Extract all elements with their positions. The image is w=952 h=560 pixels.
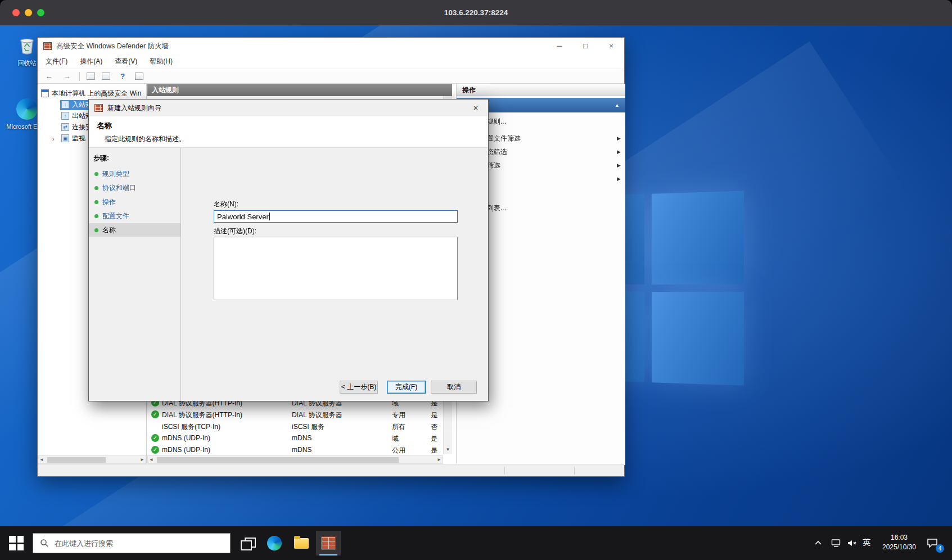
step-action[interactable]: 操作: [89, 195, 181, 209]
menu-help[interactable]: 帮助(H): [150, 57, 173, 66]
windows-logo-pane: [652, 191, 744, 284]
scroll-down-icon[interactable]: ▼: [444, 445, 452, 454]
tree-expander-icon[interactable]: ›: [52, 136, 55, 142]
inbound-rules-icon: ↓: [61, 101, 69, 109]
action-pane-toggle-icon[interactable]: [135, 73, 143, 80]
rule-name: mDNS (UDP-In): [162, 434, 289, 442]
back-arrow-icon[interactable]: ←: [43, 72, 55, 80]
step-profile[interactable]: 配置文件: [89, 209, 181, 223]
step-label: 协议和端口: [102, 183, 136, 193]
rule-description-label: 描述(可选)(D):: [214, 227, 256, 236]
scroll-right-icon[interactable]: ►: [140, 457, 145, 462]
rule-enabled-check-icon: ✓: [151, 434, 159, 442]
step-bullet-icon: [94, 172, 98, 176]
firewall-app-icon: [321, 536, 336, 550]
firewall-window-title: 高级安全 Windows Defender 防火墙: [56, 42, 169, 51]
monitoring-icon: ▣: [61, 134, 69, 142]
tray-volume-muted-icon[interactable]: [847, 539, 857, 550]
tray-network-icon[interactable]: [831, 539, 841, 550]
taskbar-edge-button[interactable]: [262, 531, 287, 556]
edge-icon: [267, 536, 282, 550]
close-icon[interactable]: ×: [598, 38, 624, 55]
start-button[interactable]: [9, 536, 24, 550]
rule-row[interactable]: iSCSI 服务(TCP-In) iSCSI 服务 所有 否: [147, 421, 443, 432]
taskbar-search-box[interactable]: [33, 533, 231, 553]
scroll-right-icon[interactable]: ►: [437, 457, 441, 462]
rule-group: mDNS: [292, 446, 389, 454]
task-view-button[interactable]: [235, 531, 260, 556]
rule-description-input[interactable]: [214, 237, 458, 300]
rule-row[interactable]: ✓ mDNS (UDP-In) mDNS 公用 是: [147, 444, 443, 456]
macos-titlebar: 103.6.220.37:8224: [0, 0, 952, 25]
menu-action[interactable]: 操作(A): [80, 57, 102, 66]
ime-language-indicator[interactable]: 英: [863, 538, 870, 548]
list-horizontal-scrollbar[interactable]: ◄ ►: [147, 455, 443, 464]
toolbar-separator: [79, 72, 80, 81]
wizard-title: 新建入站规则向导: [107, 103, 161, 113]
back-button[interactable]: < 上一步(B): [340, 381, 378, 394]
wizard-header: 名称 指定此规则的名称和描述。: [89, 116, 488, 148]
collapse-icon[interactable]: ▲: [615, 98, 620, 112]
step-bullet-icon: [94, 228, 98, 232]
rule-name-value: Palworld Server: [217, 213, 269, 221]
step-rule-type[interactable]: 规则类型: [89, 167, 181, 180]
console-root-icon: [41, 89, 49, 97]
recycle-bin-icon: [17, 35, 37, 57]
scrollbar-thumb[interactable]: [157, 457, 399, 463]
console-tree-toggle-icon[interactable]: [87, 73, 95, 80]
rule-name: mDNS (UDP-In): [162, 446, 289, 454]
active-app-indicator: [319, 554, 337, 556]
scroll-left-icon[interactable]: ◄: [149, 457, 154, 462]
rule-name: iSCSI 服务(TCP-In): [162, 422, 289, 432]
menu-view[interactable]: 查看(V): [115, 57, 137, 66]
rule-group: DIAL 协议服务器: [292, 410, 389, 420]
finish-button[interactable]: 完成(F): [387, 381, 426, 394]
maximize-icon[interactable]: □: [572, 38, 598, 55]
rule-group: mDNS: [292, 434, 389, 442]
search-input[interactable]: [55, 539, 212, 548]
outbound-rules-icon: ↑: [61, 112, 69, 120]
windows-logo-icon: [9, 544, 16, 551]
list-pane-header: 入站规则: [147, 84, 452, 96]
rule-group: iSCSI 服务: [292, 422, 389, 432]
tree-root-node[interactable]: 本地计算机 上的高级安全 Win: [41, 88, 146, 98]
tray-date: 2025/10/30: [877, 543, 921, 552]
close-icon[interactable]: ×: [463, 100, 488, 116]
step-label: 操作: [102, 197, 116, 207]
firewall-window-titlebar[interactable]: 高级安全 Windows Defender 防火墙 ─ □ ×: [38, 38, 624, 55]
step-protocol-and-ports[interactable]: 协议和端口: [89, 181, 181, 195]
windows-taskbar: 英 16:03 2025/10/30 4: [0, 526, 952, 560]
forward-arrow-icon[interactable]: →: [61, 72, 73, 80]
wizard-titlebar[interactable]: 新建入站规则向导: [89, 100, 488, 116]
status-bar: [38, 464, 624, 476]
tree-item-monitoring[interactable]: › ▣ 监视: [38, 133, 88, 144]
submenu-arrow-icon: ▶: [617, 162, 621, 168]
help-icon[interactable]: ?: [117, 72, 128, 80]
tray-chevron-up-icon[interactable]: [814, 539, 822, 549]
scroll-left-icon[interactable]: ◄: [39, 457, 44, 462]
firewall-app-icon: [43, 42, 52, 50]
step-label: 名称: [102, 225, 116, 235]
minimize-icon[interactable]: ─: [547, 38, 572, 55]
menu-file[interactable]: 文件(F): [46, 57, 67, 66]
tree-item-label: 监视: [72, 134, 85, 143]
edge-icon: [16, 98, 38, 120]
windows-logo-icon: [17, 544, 24, 551]
remote-session-title: 103.6.220.37:8224: [0, 8, 952, 17]
rule-name-input[interactable]: Palworld Server: [214, 210, 458, 223]
export-list-icon[interactable]: [102, 73, 110, 80]
tray-clock[interactable]: 16:03 2025/10/30: [877, 533, 921, 552]
rule-row[interactable]: ✓ mDNS (UDP-In) mDNS 域 是: [147, 432, 443, 444]
step-bullet-icon: [94, 200, 98, 204]
step-label: 规则类型: [102, 169, 129, 179]
taskbar-firewall-button[interactable]: [316, 531, 341, 556]
cancel-button[interactable]: 取消: [431, 381, 477, 394]
rule-profile: 域: [392, 434, 427, 444]
windows-desktop: 回收站 Microsoft Edge 高级安全 Windows Defender…: [0, 25, 952, 560]
tree-horizontal-scrollbar[interactable]: ◄ ►: [38, 455, 146, 464]
step-name-current: 名称: [89, 223, 181, 237]
rule-row[interactable]: ✓ DIAL 协议服务器(HTTP-In) DIAL 协议服务器 专用 是: [147, 409, 443, 421]
submenu-arrow-icon: ▶: [617, 149, 621, 155]
taskbar-file-explorer-button[interactable]: [289, 531, 314, 556]
scrollbar-thumb[interactable]: [47, 457, 106, 463]
